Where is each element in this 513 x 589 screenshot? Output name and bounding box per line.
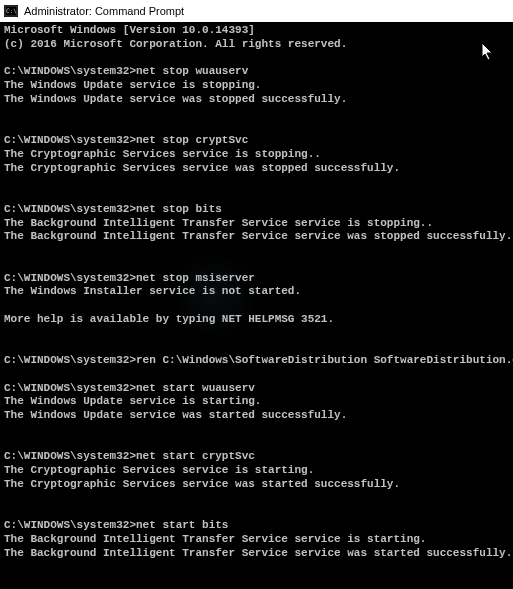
terminal-line: C:\WINDOWS\system32>net stop cryptSvc: [4, 134, 509, 148]
terminal-line: [4, 107, 509, 121]
terminal-line: [4, 340, 509, 354]
terminal-line: More help is available by typing NET HEL…: [4, 313, 509, 327]
terminal-line: C:\WINDOWS\system32>net start bits: [4, 519, 509, 533]
terminal-line: C:\WINDOWS\system32>net stop bits: [4, 203, 509, 217]
terminal-output[interactable]: Microsoft Windows [Version 10.0.14393](c…: [0, 22, 513, 589]
terminal-line: (c) 2016 Microsoft Corporation. All righ…: [4, 38, 509, 52]
terminal-line: C:\WINDOWS\system32>net stop wuauserv: [4, 65, 509, 79]
terminal-line: The Cryptographic Services service is st…: [4, 464, 509, 478]
cmd-icon: C:\: [4, 5, 18, 17]
terminal-line: The Windows Update service was stopped s…: [4, 93, 509, 107]
terminal-line: The Cryptographic Services service was s…: [4, 162, 509, 176]
terminal-line: Microsoft Windows [Version 10.0.14393]: [4, 24, 509, 38]
terminal-line: [4, 423, 509, 437]
terminal-line: The Windows Update service is stopping.: [4, 79, 509, 93]
terminal-line: The Background Intelligent Transfer Serv…: [4, 230, 509, 244]
terminal-line: The Background Intelligent Transfer Serv…: [4, 533, 509, 547]
terminal-line: [4, 175, 509, 189]
terminal-line: The Windows Update service is starting.: [4, 395, 509, 409]
terminal-line: [4, 368, 509, 382]
terminal-line: C:\WINDOWS\system32>ren C:\Windows\Softw…: [4, 354, 509, 368]
terminal-line: [4, 52, 509, 66]
terminal-line: The Background Intelligent Transfer Serv…: [4, 547, 509, 561]
window-title: Administrator: Command Prompt: [24, 5, 184, 17]
terminal-line: The Cryptographic Services service was s…: [4, 478, 509, 492]
terminal-line: The Windows Installer service is not sta…: [4, 285, 509, 299]
terminal-line: [4, 574, 509, 588]
terminal-line: C:\WINDOWS\system32>net start cryptSvc: [4, 450, 509, 464]
terminal-line: [4, 560, 509, 574]
terminal-line: C:\WINDOWS\system32>net start wuauserv: [4, 382, 509, 396]
terminal-line: [4, 244, 509, 258]
terminal-line: The Cryptographic Services service is st…: [4, 148, 509, 162]
terminal-line: [4, 258, 509, 272]
terminal-line: C:\WINDOWS\system32>net stop msiserver: [4, 272, 509, 286]
terminal-line: [4, 189, 509, 203]
titlebar[interactable]: C:\ Administrator: Command Prompt: [0, 0, 513, 22]
terminal-line: [4, 492, 509, 506]
terminal-line: [4, 437, 509, 451]
terminal-line: The Background Intelligent Transfer Serv…: [4, 217, 509, 231]
terminal-line: [4, 327, 509, 341]
terminal-line: [4, 120, 509, 134]
terminal-line: [4, 505, 509, 519]
terminal-line: [4, 299, 509, 313]
svg-text:C:\: C:\: [6, 7, 17, 14]
terminal-line: The Windows Update service was started s…: [4, 409, 509, 423]
